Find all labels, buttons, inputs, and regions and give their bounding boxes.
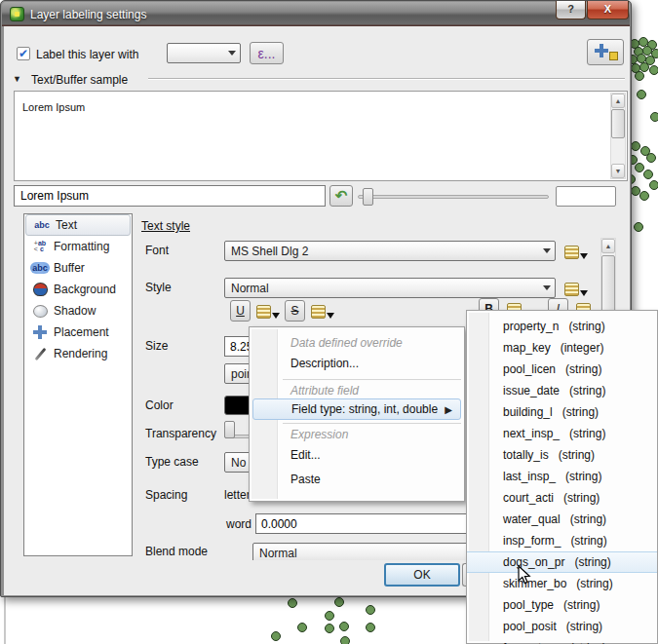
field-menu-item[interactable]: issue_date(string): [467, 380, 657, 401]
placement-icon: [30, 324, 50, 340]
field-name: last_insp_: [503, 470, 556, 483]
field-type: (string): [570, 512, 606, 526]
field-menu-item[interactable]: skimmer_bo(string): [467, 573, 657, 594]
field-menu-item[interactable]: building_l(string): [467, 401, 657, 423]
reset-sample-button[interactable]: ↶: [329, 185, 353, 207]
menu-item-paste[interactable]: Paste: [250, 468, 464, 491]
field-menu-item[interactable]: totally_is(string): [467, 444, 657, 466]
map-point-feature: [646, 153, 656, 163]
submenu-arrow-icon: ▶: [445, 404, 452, 415]
sidebar-item-shadow[interactable]: Shadow: [24, 300, 132, 322]
sidebar-item-buffer[interactable]: abc Buffer: [24, 257, 132, 279]
collapse-triangle-icon[interactable]: ▼: [13, 74, 21, 84]
map-point-feature: [288, 598, 297, 608]
field-type: (string): [565, 362, 601, 376]
sidebar-item-placement[interactable]: Placement: [24, 322, 132, 343]
map-point-feature: [366, 605, 375, 615]
close-button[interactable]: X: [587, 1, 629, 19]
field-type: (string): [563, 491, 600, 505]
dropdown-arrow-icon: [538, 279, 555, 297]
word-spacing-input[interactable]: [256, 514, 471, 533]
field-menu-item[interactable]: fence_type(string): [467, 637, 657, 644]
field-name: insp_form_: [503, 534, 561, 548]
sidebar-item-label: Text: [56, 218, 77, 232]
underline-button[interactable]: U: [230, 300, 251, 322]
strikeout-button[interactable]: S: [285, 300, 305, 322]
field-menu-item[interactable]: pool_type(string): [467, 594, 657, 616]
map-point-feature: [325, 624, 334, 633]
field-name: water_qual: [503, 512, 561, 526]
ok-button[interactable]: OK: [384, 563, 460, 587]
field-menu-item[interactable]: court_acti(string): [467, 487, 657, 509]
map-point-feature: [643, 170, 653, 179]
check-icon: ✔: [19, 47, 28, 60]
scroll-up-icon[interactable]: ▲: [611, 94, 625, 108]
undo-icon: ↶: [335, 187, 348, 205]
field-name: court_acti: [503, 491, 554, 505]
map-point-feature: [649, 180, 658, 190]
qgis-app-icon: [10, 7, 24, 21]
word-spacing-spinbox[interactable]: [255, 513, 472, 534]
scroll-up-icon[interactable]: ▲: [601, 239, 615, 253]
field-type: (string): [574, 555, 610, 569]
label-layer-checkbox[interactable]: ✔: [17, 47, 30, 60]
field-menu-item[interactable]: last_insp_(string): [467, 466, 657, 487]
menu-item-field-type[interactable]: Field type: string, int, double ▶: [252, 398, 461, 420]
field-menu-item[interactable]: property_n(string): [467, 316, 657, 337]
menu-item-description[interactable]: Description...: [250, 351, 464, 376]
menu-section-data-defined: Data defined override: [250, 335, 464, 351]
sample-scale-input[interactable]: [556, 186, 616, 207]
field-menu-item[interactable]: insp_form_(string): [467, 530, 657, 551]
sample-zoom-handle[interactable]: [363, 188, 373, 206]
expression-button[interactable]: ε...: [250, 42, 284, 64]
field-name: next_insp_: [503, 427, 560, 440]
sample-text-input[interactable]: [15, 186, 325, 206]
field-type: (string): [570, 534, 606, 548]
strikeout-data-override-button[interactable]: [309, 300, 336, 322]
data-defined-icon: [564, 283, 579, 296]
map-point-feature: [631, 141, 640, 151]
scrollbar-thumb[interactable]: [611, 109, 625, 138]
text-sample-preview: Lorem Ipsum ▲ ▼: [14, 91, 628, 181]
field-type: (string): [576, 577, 612, 590]
sidebar-item-text[interactable]: abc Text: [25, 214, 131, 236]
map-point-feature: [649, 65, 658, 75]
sample-scrollbar[interactable]: ▲ ▼: [610, 93, 626, 179]
field-name: property_n: [503, 320, 559, 333]
titlebar[interactable]: Layer labeling settings: [2, 2, 630, 26]
sidebar-item-background[interactable]: Background: [24, 279, 132, 300]
sidebar-item-formatting[interactable]: +ab< c Formatting: [24, 236, 132, 257]
field-menu-item[interactable]: map_key(integer): [467, 337, 657, 359]
scroll-down-icon[interactable]: ▼: [611, 164, 625, 178]
dropdown-arrow-icon: [327, 313, 334, 319]
underline-data-override-button[interactable]: [254, 300, 282, 322]
field-type: (string): [563, 598, 600, 612]
field-menu-item[interactable]: pool_posit(string): [467, 616, 657, 637]
sidebar-item-rendering[interactable]: Rendering: [24, 343, 132, 364]
style-data-override-button[interactable]: [562, 278, 590, 299]
sample-zoom-slider[interactable]: [358, 195, 549, 199]
field-menu-item[interactable]: dogs_on_pr(string): [467, 551, 657, 573]
map-point-feature: [271, 631, 281, 641]
style-combobox[interactable]: Normal: [224, 278, 556, 298]
field-name: building_l: [503, 405, 553, 419]
transparency-handle[interactable]: [224, 421, 235, 438]
field-menu-item[interactable]: next_insp_(string): [467, 423, 657, 444]
menu-separator: [250, 376, 464, 383]
font-data-override-button[interactable]: [562, 241, 590, 262]
label-layer-label: Label this layer with: [36, 48, 138, 61]
field-type: (integer): [561, 341, 604, 355]
field-name: dogs_on_pr: [503, 555, 564, 569]
field-name: pool_licen: [503, 362, 556, 376]
field-menu-item[interactable]: pool_licen(string): [467, 359, 657, 380]
menu-item-edit[interactable]: Edit...: [250, 442, 464, 468]
field-type: (string): [568, 320, 604, 333]
map-point-feature: [650, 112, 658, 122]
label-field-combobox[interactable]: [167, 43, 241, 63]
field-menu-item[interactable]: water_qual(string): [467, 509, 657, 530]
map-edge-line: [4, 596, 6, 644]
auto-label-settings-button[interactable]: [587, 39, 624, 65]
map-point-feature: [297, 623, 307, 632]
help-button[interactable]: ?: [556, 1, 586, 19]
font-combobox[interactable]: MS Shell Dlg 2: [224, 241, 556, 261]
